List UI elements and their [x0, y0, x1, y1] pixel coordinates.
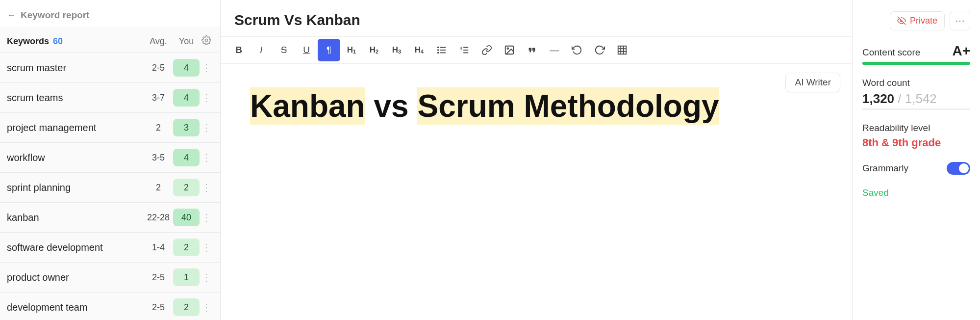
word-count-value: 1,320 / 1,542: [862, 91, 970, 107]
stats-panel: Private ⋯ Content score A+ Word count 1,…: [853, 0, 980, 320]
keyword-term: product owner: [7, 272, 144, 283]
image-button[interactable]: [498, 39, 521, 61]
more-icon[interactable]: ⋮: [200, 301, 213, 313]
keyword-row[interactable]: kanban22-2840⋮: [0, 203, 220, 233]
keyword-row[interactable]: scrum master2-54⋮: [0, 53, 220, 83]
keyword-you: 40: [173, 209, 200, 226]
eye-off-icon: [897, 16, 906, 25]
main-heading[interactable]: Kanban vs Scrum Methodology: [250, 88, 823, 125]
more-icon[interactable]: ⋮: [200, 212, 213, 223]
keyword-you: 2: [173, 179, 200, 196]
document-title[interactable]: Scrum Vs Kanban: [234, 12, 838, 28]
table-button[interactable]: [611, 39, 633, 61]
keyword-row[interactable]: workflow3-54⋮: [0, 143, 220, 173]
more-icon[interactable]: ⋮: [200, 271, 213, 283]
word-count-label: Word count: [862, 78, 970, 88]
gear-icon[interactable]: [200, 35, 213, 48]
keyword-avg: 2-5: [144, 302, 173, 313]
svg-point-6: [438, 53, 439, 53]
sidebar-header: ← Keyword report: [0, 0, 220, 27]
keyword-row[interactable]: product owner2-51⋮: [0, 263, 220, 293]
keyword-term: scrum teams: [7, 92, 144, 104]
keyword-avg: 2-5: [144, 272, 173, 283]
h1-button[interactable]: H1: [340, 39, 363, 61]
keyword-you: 4: [173, 89, 200, 107]
keyword-term: workflow: [7, 152, 144, 163]
more-button[interactable]: ⋯: [950, 11, 970, 30]
keyword-avg: 2-5: [144, 63, 173, 73]
keyword-row[interactable]: software development1-42⋮: [0, 233, 220, 263]
content-score-bar: [862, 62, 970, 65]
editor-top: Scrum Vs Kanban: [221, 0, 852, 36]
more-icon[interactable]: ⋮: [200, 182, 213, 193]
svg-point-4: [438, 47, 439, 48]
readability-value: 8th & 9th grade: [862, 136, 970, 149]
keyword-you: 4: [173, 59, 200, 77]
keyword-row[interactable]: sprint planning22⋮: [0, 173, 220, 203]
word-count-bar: [862, 108, 970, 110]
svg-rect-12: [618, 46, 627, 54]
saved-status: Saved: [862, 187, 970, 198]
keywords-label: Keywords: [7, 36, 49, 47]
readability-label: Readability level: [862, 123, 970, 133]
more-icon[interactable]: ⋮: [200, 122, 213, 133]
link-button[interactable]: [476, 39, 498, 61]
svg-point-0: [205, 39, 208, 42]
strikethrough-button[interactable]: S: [273, 39, 295, 61]
h3-button[interactable]: H3: [385, 39, 408, 61]
bullet-list-button[interactable]: [430, 39, 453, 61]
more-icon[interactable]: ⋮: [200, 241, 213, 253]
keyword-avg: 1-4: [144, 242, 173, 253]
keyword-term: software development: [7, 242, 144, 253]
highlighted-text: Scrum Methodology: [417, 87, 719, 125]
private-label: Private: [910, 16, 937, 26]
ordered-list-button[interactable]: [453, 39, 476, 61]
quote-button[interactable]: [521, 39, 543, 61]
keyword-avg: 3-5: [144, 153, 173, 163]
paragraph-button[interactable]: ¶: [318, 39, 340, 61]
redo-button[interactable]: [588, 39, 611, 61]
bold-button[interactable]: B: [227, 39, 250, 61]
svg-point-5: [438, 50, 439, 51]
more-icon[interactable]: ⋮: [200, 92, 213, 104]
keyword-you: 1: [173, 268, 200, 286]
keyword-avg: 3-7: [144, 93, 173, 103]
underline-button[interactable]: U: [295, 39, 318, 61]
content-score-grade: A+: [952, 43, 970, 59]
keywords-count: 60: [53, 36, 63, 47]
stats-top-bar: Private ⋯: [862, 11, 970, 30]
svg-point-11: [507, 48, 508, 49]
more-icon[interactable]: ⋮: [200, 152, 213, 163]
grammarly-label: Grammarly: [862, 163, 908, 174]
italic-button[interactable]: I: [250, 39, 273, 61]
keyword-row[interactable]: scrum teams3-74⋮: [0, 83, 220, 113]
col-you-header: You: [173, 36, 200, 47]
undo-button[interactable]: [566, 39, 588, 61]
keyword-term: kanban: [7, 212, 144, 223]
h2-button[interactable]: H2: [363, 39, 385, 61]
keyword-you: 2: [173, 239, 200, 256]
keyword-row[interactable]: project management23⋮: [0, 113, 220, 143]
keyword-term: development team: [7, 302, 144, 313]
keyword-term: sprint planning: [7, 182, 144, 193]
ai-writer-button[interactable]: AI Writer: [785, 73, 840, 92]
keyword-report-title[interactable]: Keyword report: [21, 10, 89, 21]
keyword-row[interactable]: development team2-52⋮: [0, 293, 220, 320]
keyword-avg: 2: [144, 183, 173, 193]
keyword-avg: 22-28: [144, 213, 173, 223]
keyword-you: 3: [173, 119, 200, 136]
editor-panel: Scrum Vs Kanban B I S U ¶ H1 H2 H3 H4 —: [221, 0, 853, 320]
keyword-term: scrum master: [7, 62, 144, 74]
editor-body[interactable]: AI Writer Kanban vs Scrum Methodology: [221, 64, 852, 320]
private-button[interactable]: Private: [890, 11, 945, 30]
h4-button[interactable]: H4: [408, 39, 430, 61]
keyword-list: scrum master2-54⋮scrum teams3-74⋮project…: [0, 53, 220, 320]
highlighted-text: Kanban: [250, 87, 365, 125]
keyword-avg: 2: [144, 123, 173, 133]
divider-button[interactable]: —: [543, 39, 566, 61]
keyword-term: project management: [7, 122, 144, 133]
grammarly-toggle[interactable]: [947, 162, 970, 175]
more-icon[interactable]: ⋮: [200, 62, 213, 74]
content-score-label: Content score: [862, 47, 920, 58]
back-arrow-icon[interactable]: ←: [7, 10, 16, 21]
